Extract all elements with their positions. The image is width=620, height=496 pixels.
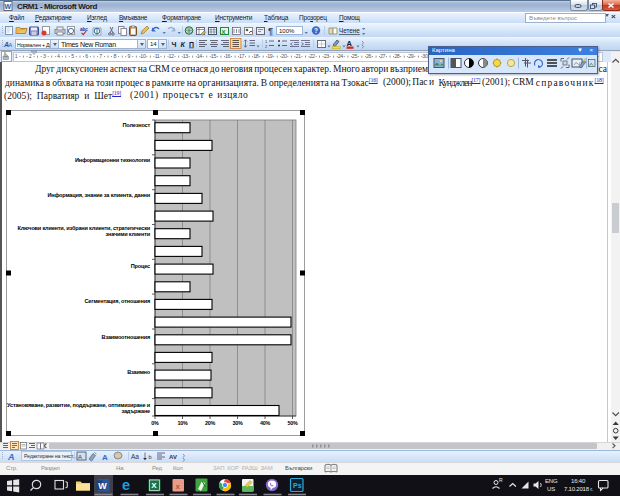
- svg-text:e: e: [122, 477, 130, 493]
- svg-text:Aa: Aa: [131, 453, 139, 460]
- svg-text:x: x: [176, 482, 181, 491]
- svg-text:A: A: [78, 454, 82, 460]
- svg-text:AV: AV: [169, 454, 177, 460]
- svg-text:A: A: [7, 452, 15, 462]
- svg-text:b: b: [149, 454, 152, 460]
- svg-text:X: X: [151, 481, 157, 490]
- svg-text:W: W: [98, 481, 107, 491]
- svg-text:Ps: Ps: [293, 482, 302, 489]
- svg-text:A: A: [102, 453, 108, 462]
- svg-text:Редактиране на текст...: Редактиране на текст...: [24, 453, 77, 459]
- svg-text:R: R: [499, 477, 503, 483]
